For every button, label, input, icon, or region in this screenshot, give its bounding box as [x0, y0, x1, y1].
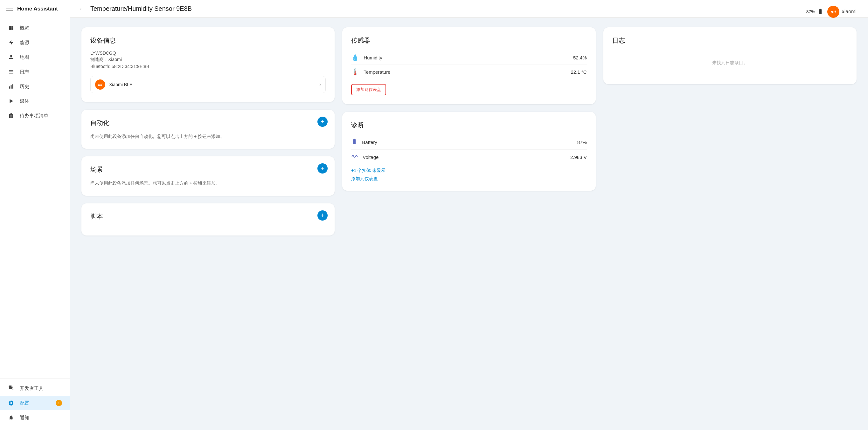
integration-logo-text: mi	[98, 82, 102, 87]
log-empty-message: 未找到日志条目。	[612, 51, 848, 75]
sidebar-item-config[interactable]: 配置 1	[0, 396, 70, 410]
gear-icon	[8, 399, 14, 406]
humidity-row: 💧 Humidity 52.4%	[351, 51, 587, 65]
battery-indicator: 87%	[806, 8, 824, 15]
svg-rect-5	[9, 70, 13, 71]
svg-rect-7	[9, 73, 13, 74]
sidebar-item-logbook[interactable]: 日志	[0, 65, 70, 79]
battery-diag-row: Battery 87%	[351, 135, 587, 150]
topbar: ← Temperature/Humidity Sensor 9E8B 87% m…	[70, 0, 868, 18]
svg-rect-0	[9, 26, 11, 28]
manufacturer-label: 制造商：	[90, 57, 108, 62]
battery-diag-name: Battery	[362, 139, 572, 145]
integration-row[interactable]: mi Xiaomi BLE ›	[90, 76, 326, 93]
sidebar-item-history[interactable]: 历史	[0, 79, 70, 94]
diagnostics-title: 诊断	[351, 121, 587, 129]
sidebar-label-notifications: 通知	[20, 415, 29, 421]
clipboard-icon	[8, 112, 14, 119]
sidebar-label-history: 历史	[20, 84, 29, 90]
device-manufacturer: 制造商：Xiaomi	[90, 57, 326, 63]
diagnostics-card: 诊断 Battery 87% Voltage 2.983 V	[342, 112, 595, 191]
sidebar-item-map[interactable]: 地图	[0, 50, 70, 65]
temperature-row: 🌡️ Temperature 22.1 °C	[351, 65, 587, 79]
top-right-badge: 87% mi xiaomi	[806, 6, 857, 18]
battery-icon	[817, 8, 824, 15]
svg-rect-9	[11, 85, 12, 89]
xiaomi-logo-icon: mi	[827, 6, 839, 18]
right-column: 日志 未找到日志条目。	[603, 27, 857, 235]
integration-name: Xiaomi BLE	[109, 82, 315, 87]
play-icon	[8, 98, 14, 105]
svg-rect-1	[11, 26, 13, 28]
svg-rect-3	[11, 28, 13, 30]
device-bluetooth: Bluetooth: 58:2D:34:31:9E:8B	[90, 64, 326, 69]
list-icon	[8, 68, 14, 75]
sensors-title: 传感器	[351, 36, 587, 45]
content-area: 设备信息 LYWSDCGQ 制造商：Xiaomi Bluetooth: 58:2…	[70, 18, 868, 430]
nav-items: 概览 能源 地图 日志 历史	[0, 18, 70, 378]
mid-column: 传感器 💧 Humidity 52.4% 🌡️ Temperature 22.1…	[342, 27, 595, 235]
sidebar-label-logbook: 日志	[20, 69, 29, 75]
automation-title: 自动化	[90, 119, 326, 127]
sensors-card: 传感器 💧 Humidity 52.4% 🌡️ Temperature 22.1…	[342, 27, 595, 104]
automation-card: 自动化 + 尚未使用此设备添加任何自动化。您可以点击上方的 + 按钮来添加。	[82, 110, 335, 149]
add-automation-button[interactable]: +	[317, 117, 328, 127]
sidebar-item-energy[interactable]: 能源	[0, 35, 70, 50]
bolt-icon	[8, 39, 14, 46]
xiaomi-badge: mi xiaomi	[827, 6, 857, 18]
add-script-button[interactable]: +	[317, 210, 328, 221]
sidebar: Home Assistant 概览 能源 地图 日志	[0, 0, 70, 430]
sidebar-label-map: 地图	[20, 54, 29, 60]
svg-point-4	[10, 55, 12, 57]
bell-icon	[8, 414, 14, 421]
sidebar-label-config: 配置	[20, 400, 29, 406]
battery-diag-icon	[351, 138, 358, 146]
sidebar-item-developer[interactable]: 开发者工具	[0, 381, 70, 396]
sidebar-item-overview[interactable]: 概览	[0, 21, 70, 35]
voltage-icon	[351, 153, 358, 161]
temperature-value: 22.1 °C	[570, 69, 587, 75]
voltage-diag-name: Voltage	[363, 155, 566, 160]
wrench-icon	[8, 385, 14, 392]
sidebar-item-notifications[interactable]: 通知	[0, 410, 70, 425]
bar-chart-icon	[8, 83, 14, 90]
temperature-name: Temperature	[364, 69, 566, 75]
hidden-entities-link[interactable]: +1 个实体 未显示	[351, 168, 587, 173]
scene-title: 场景	[90, 165, 326, 174]
sidebar-bottom: 开发者工具 配置 1 通知	[0, 378, 70, 430]
add-to-dashboard-sensors-button[interactable]: 添加到仪表盘	[351, 84, 386, 95]
person-icon	[8, 54, 14, 61]
xiaomi-brand-name: xiaomi	[842, 9, 857, 14]
script-card: 脚本 +	[82, 203, 335, 235]
device-model: LYWSDCGQ	[90, 51, 326, 56]
voltage-diag-row: Voltage 2.983 V	[351, 150, 587, 165]
chevron-right-icon: ›	[319, 82, 321, 88]
sidebar-label-media: 媒体	[20, 98, 29, 104]
log-card: 日志 未找到日志条目。	[603, 27, 857, 84]
grid-icon	[8, 25, 14, 31]
svg-rect-2	[9, 28, 11, 30]
cards-grid: 设备信息 LYWSDCGQ 制造商：Xiaomi Bluetooth: 58:2…	[82, 27, 857, 235]
menu-toggle-button[interactable]	[6, 7, 13, 11]
svg-rect-8	[9, 87, 10, 89]
page-title: Temperature/Humidity Sensor 9E8B	[90, 5, 192, 12]
scene-card: 场景 + 尚未使用此设备添加任何场景。您可以点击上方的 + 按钮来添加。	[82, 156, 335, 195]
battery-diag-value: 87%	[577, 139, 587, 145]
sidebar-label-developer: 开发者工具	[20, 386, 43, 392]
manufacturer-value: Xiaomi	[108, 57, 122, 62]
app-title: Home Assistant	[17, 6, 58, 12]
main-wrapper: ← Temperature/Humidity Sensor 9E8B 87% m…	[70, 0, 868, 430]
automation-description: 尚未使用此设备添加任何自动化。您可以点击上方的 + 按钮来添加。	[90, 133, 326, 140]
sidebar-item-todo[interactable]: 待办事项清单	[0, 108, 70, 123]
sidebar-item-media[interactable]: 媒体	[0, 94, 70, 108]
add-scene-button[interactable]: +	[317, 163, 328, 173]
add-to-dashboard-diag-button[interactable]: 添加到仪表盘	[351, 176, 378, 182]
svg-rect-6	[9, 71, 13, 72]
svg-rect-10	[12, 84, 13, 89]
back-button[interactable]: ←	[79, 5, 85, 12]
script-title: 脚本	[90, 212, 326, 221]
temperature-icon: 🌡️	[351, 68, 359, 76]
sidebar-label-energy: 能源	[20, 40, 29, 46]
battery-level: 87%	[806, 9, 815, 14]
sidebar-header: Home Assistant	[0, 0, 70, 18]
